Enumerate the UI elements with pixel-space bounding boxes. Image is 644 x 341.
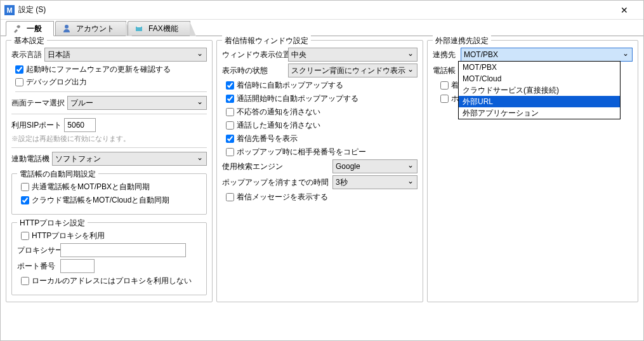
theme-select[interactable]: ブルー	[67, 96, 207, 110]
cb-partial-1[interactable]	[440, 81, 449, 90]
link-option[interactable]: クラウドサービス(直接接続)	[459, 84, 620, 96]
tab-general[interactable]: 一般	[6, 21, 54, 36]
close-button[interactable]: ✕	[610, 1, 638, 19]
cb-show-incoming-msg[interactable]	[226, 193, 234, 201]
cb-http-use[interactable]	[21, 232, 29, 240]
cb-label: 着信先番号を表示	[237, 133, 298, 144]
tab-label: アカウント	[76, 23, 114, 34]
cb-label: 不応答の通知を消さない	[237, 107, 320, 117]
group-sync: 電話帳の自動同期設定 共通電話帳をMOT/PBXと自動同期 クラウド電話帳をMO…	[11, 173, 207, 215]
group-external: 外部連携先設定 連携先 MOT/PBX MOT/PBXMOT/Cloudクラウド…	[427, 40, 638, 302]
search-label: 使用検索エンジン	[222, 161, 330, 172]
cb-partial-2[interactable]	[440, 95, 449, 103]
cb-label: 起動時にファームウェアの更新を確認する	[26, 64, 171, 75]
time-select[interactable]: 3秒	[332, 175, 417, 189]
tab-account[interactable]: アカウント	[55, 21, 126, 36]
cb-label: ポップアップ時に相手発番号をコピー	[237, 147, 366, 157]
sip-hint: ※設定は再起動後に有効になります。	[11, 134, 207, 148]
pos-label: ウィンドウ表示位置	[222, 50, 286, 60]
tab-label: FAX機能	[148, 23, 178, 34]
linked-select[interactable]: ソフトフォン	[52, 152, 207, 166]
sip-input[interactable]	[64, 118, 96, 132]
link-option[interactable]: MOT/PBX	[459, 62, 620, 73]
cb-label: 着信時に自動ポップアップする	[237, 80, 343, 91]
cb-keep-called[interactable]	[226, 121, 234, 130]
cb-debug-log[interactable]	[15, 78, 23, 86]
theme-label: 画面テーマ選択	[11, 98, 65, 109]
group-title: HTTPプロキシ設定	[17, 218, 88, 229]
phone-label: 電話帳	[433, 65, 458, 76]
svg-point-0	[65, 25, 69, 29]
cb-show-caller-num[interactable]	[226, 135, 234, 143]
link-option[interactable]: 外部URL	[459, 96, 620, 107]
svg-rect-2	[137, 25, 141, 27]
state-label: 表示時の状態	[222, 65, 286, 76]
group-title: 基本設定	[11, 36, 47, 46]
group-title: 着信情報ウィンドウ設定	[222, 36, 311, 46]
tabbar: 一般 アカウント FAX機能	[1, 20, 643, 36]
cb-sync-cloud[interactable]	[21, 196, 29, 204]
cb-local-bypass[interactable]	[21, 277, 29, 285]
cb-label: 通話した通知を消さない	[237, 120, 320, 131]
window-title: 設定 (S)	[18, 4, 610, 15]
link-select-display: MOT/PBX	[461, 48, 633, 62]
state-select[interactable]: スクリーン背面にウィンドウ表示	[288, 64, 417, 77]
proxy-port-label: ポート番号	[17, 261, 58, 272]
tab-label: 一般	[27, 23, 42, 34]
lang-label: 表示言語	[11, 50, 42, 60]
group-title: 電話帳の自動同期設定	[17, 169, 98, 180]
user-icon	[62, 24, 71, 33]
cb-label: 通話開始時に自動ポップアップする	[237, 93, 358, 104]
cb-label: ローカルのアドレスにはプロキシを利用しない	[32, 276, 192, 286]
cb-startup-fw[interactable]	[15, 65, 23, 74]
proxy-port-input[interactable]	[60, 259, 95, 273]
cb-auto-popup-incoming[interactable]	[226, 81, 234, 90]
cb-keep-noanswer[interactable]	[226, 108, 234, 116]
cb-label: HTTPプロキシを利用	[32, 231, 105, 241]
tools-icon	[13, 24, 22, 33]
titlebar: M 設定 (S) ✕	[1, 1, 643, 20]
lang-select[interactable]: 日本語	[44, 48, 207, 62]
link-option[interactable]: MOT/Cloud	[459, 73, 620, 84]
group-basic: 基本設定 表示言語 日本語 起動時にファームウェアの更新を確認する デバッグログ…	[6, 40, 213, 302]
cb-label: デバッグログ出力	[26, 77, 87, 88]
fax-icon	[135, 24, 143, 33]
link-label: 連携先	[433, 50, 458, 60]
svg-rect-1	[136, 27, 142, 31]
content-area: 基本設定 表示言語 日本語 起動時にファームウェアの更新を確認する デバッグログ…	[1, 36, 643, 306]
link-option[interactable]: 外部アプリケーション	[459, 107, 620, 119]
cb-auto-popup-call[interactable]	[226, 95, 234, 103]
pos-select[interactable]: 中央	[288, 48, 417, 62]
cb-label: 着信メッセージを表示する	[237, 192, 328, 203]
link-select[interactable]: MOT/PBX MOT/PBXMOT/Cloudクラウドサービス(直接接続)外部…	[461, 48, 633, 62]
search-select[interactable]: Google	[332, 159, 417, 173]
proxy-server-input[interactable]	[60, 243, 186, 257]
group-incoming: 着信情報ウィンドウ設定 ウィンドウ表示位置 中央 表示時の状態 スクリーン背面に…	[216, 40, 423, 302]
app-icon: M	[4, 5, 15, 15]
cb-label: 共通電話帳をMOT/PBXと自動同期	[32, 182, 150, 192]
time-label: ポップアップを消すまでの時間	[222, 177, 330, 188]
cb-copy-partner-num[interactable]	[226, 148, 234, 156]
proxy-server-label: プロキシサーバ	[17, 245, 58, 256]
cb-label: クラウド電話帳をMOT/Cloudと自動同期	[32, 195, 169, 206]
tab-fax[interactable]: FAX機能	[128, 21, 190, 36]
linked-label: 連動電話機	[11, 154, 49, 164]
group-http-proxy: HTTPプロキシ設定 HTTPプロキシを利用 プロキシサーバ ポート番号 ローカ…	[11, 222, 207, 295]
cb-sync-common[interactable]	[21, 183, 29, 191]
group-title: 外部連携先設定	[433, 36, 491, 46]
link-select-list[interactable]: MOT/PBXMOT/Cloudクラウドサービス(直接接続)外部URL外部アプリ…	[458, 61, 621, 119]
sip-label: 利用SIPポート	[11, 120, 62, 131]
